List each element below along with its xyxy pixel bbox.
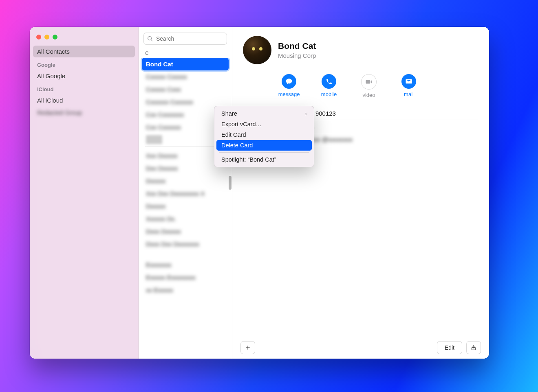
contact-name: Bond Cat (278, 41, 316, 51)
search-field[interactable] (143, 33, 227, 45)
list-item[interactable]: Dxxx Dxxxxx (142, 225, 229, 238)
ctx-delete-card[interactable]: Delete Card (216, 140, 312, 151)
contact-card-header: Bond Cat Mousing Corp (232, 27, 489, 68)
mail-icon (401, 74, 416, 89)
action-label: mail (404, 91, 414, 97)
share-button[interactable] (466, 341, 481, 354)
list-section-letter: C (139, 48, 232, 58)
list-section-redacted (146, 135, 162, 144)
context-menu: Share › Export vCard… Edit Card Delete C… (214, 106, 314, 167)
ctx-label: Share (221, 110, 237, 117)
share-icon (471, 344, 476, 351)
ctx-label: Delete Card (221, 142, 253, 149)
sidebar-item-all-contacts[interactable]: All Contacts (33, 46, 135, 57)
phone-icon (322, 74, 336, 89)
edit-button[interactable]: Edit (437, 341, 462, 354)
list-item[interactable]: Exxxxxxx (142, 258, 229, 271)
action-message[interactable]: message (277, 74, 301, 98)
fullscreen-window-button[interactable] (53, 35, 57, 39)
action-label: message (278, 91, 300, 97)
list-item[interactable]: Exxxxx Exxxxxxxx (142, 271, 229, 284)
sidebar-item-redacted[interactable]: Redacted Group (33, 107, 135, 118)
chevron-right-icon: › (305, 110, 307, 117)
plus-icon (245, 345, 251, 350)
close-window-button[interactable] (36, 35, 41, 39)
search-input[interactable] (155, 35, 228, 42)
ctx-separator (219, 152, 309, 153)
list-item[interactable]: Dxxx Dxx Dxxxxxxx (142, 238, 229, 250)
sidebar-item-all-google[interactable]: All Google (33, 70, 135, 82)
svg-point-0 (148, 37, 152, 40)
ctx-label: Export vCard… (221, 121, 262, 127)
list-item[interactable]: Dxxxxx (142, 175, 229, 187)
ctx-label: Spotlight: “Bond Cat” (221, 156, 276, 163)
ctx-export-vcard[interactable]: Export vCard… (216, 119, 312, 129)
video-icon (361, 74, 377, 90)
sidebar-group-header-google: Google (33, 58, 135, 70)
list-item[interactable]: Cxxxxx Cxxx (142, 83, 229, 96)
quick-actions: message mobile video mail (232, 68, 489, 105)
scrollbar-thumb[interactable] (229, 176, 232, 190)
ctx-share[interactable]: Share › (216, 108, 312, 119)
sidebar: All Contacts Google All Google iCloud Al… (30, 27, 139, 359)
svg-line-1 (151, 40, 153, 42)
list-item[interactable]: Xxxxxx Dx. (142, 212, 229, 225)
list-item-selected[interactable]: Bond Cat (142, 58, 229, 70)
contact-list[interactable]: Bond Cat Cxxxxx Cxxxxx Cxxxxx Cxxx Cxxxx… (139, 58, 232, 359)
contact-list-column: C Bond Cat Cxxxxx Cxxxxx Cxxxxx Cxxx Cxx… (139, 27, 232, 359)
action-mail[interactable]: mail (397, 74, 421, 98)
sidebar-group-header-icloud: iCloud (33, 82, 135, 94)
action-mobile[interactable]: mobile (317, 74, 341, 98)
action-label: mobile (321, 91, 337, 97)
message-icon (282, 74, 296, 89)
action-video[interactable]: video (357, 74, 381, 98)
list-item[interactable]: Cxxxxx Cxxxxx (142, 70, 229, 83)
list-divider (145, 147, 225, 147)
sidebar-item-all-icloud[interactable]: All iCloud (33, 94, 135, 106)
list-item[interactable]: Dxxxxx (142, 200, 229, 212)
contact-detail: Bond Cat Mousing Corp message mobile (232, 27, 489, 359)
ctx-label: Edit Card (221, 131, 246, 138)
avatar[interactable] (243, 36, 271, 64)
contacts-window: All Contacts Google All Google iCloud Al… (30, 27, 489, 359)
window-controls (30, 31, 138, 45)
action-label: video (362, 92, 375, 98)
contact-company: Mousing Corp (278, 52, 316, 59)
list-item[interactable]: xx Exxxxx (142, 284, 229, 296)
add-button[interactable] (240, 341, 255, 354)
list-item[interactable]: Xxx Dxx Dxxxxxxxx X (142, 187, 229, 200)
minimize-window-button[interactable] (44, 35, 49, 39)
ctx-edit-card[interactable]: Edit Card (216, 129, 312, 140)
detail-footer: Edit (232, 337, 489, 359)
ctx-spotlight[interactable]: Spotlight: “Bond Cat” (216, 154, 312, 165)
search-icon (147, 36, 153, 42)
